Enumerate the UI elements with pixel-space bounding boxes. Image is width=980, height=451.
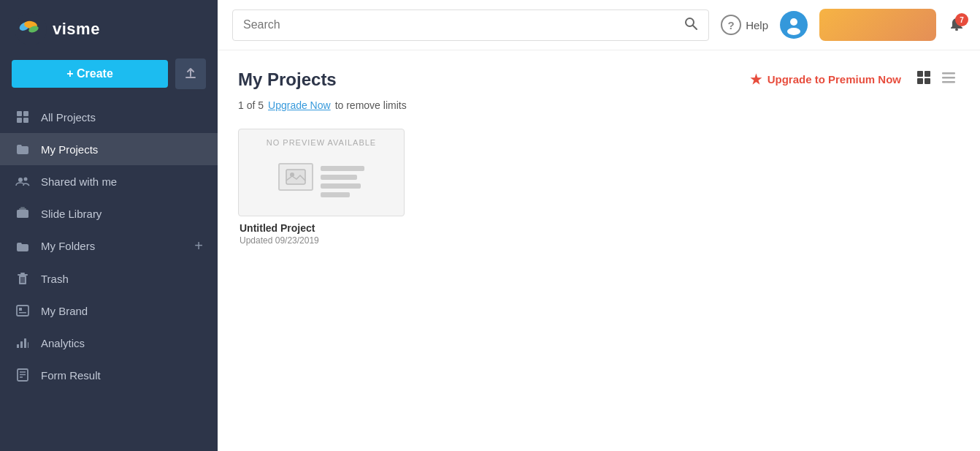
sidebar-item-my-brand[interactable]: My Brand: [0, 295, 218, 327]
svg-rect-11: [17, 210, 28, 218]
svg-rect-42: [942, 81, 955, 83]
svg-point-34: [787, 28, 800, 35]
sidebar-item-form-result[interactable]: Form Result: [0, 359, 218, 391]
svg-rect-24: [20, 341, 23, 348]
help-button[interactable]: ? Help: [721, 15, 768, 35]
logo-text: visme: [53, 20, 100, 39]
svg-rect-6: [23, 111, 28, 116]
project-count: 1 of 5: [238, 99, 264, 111]
trash-icon: [15, 270, 31, 287]
help-icon: ?: [721, 15, 741, 35]
sidebar-item-my-projects[interactable]: My Projects: [0, 133, 218, 165]
sidebar-item-shared-with-me[interactable]: Shared with me: [0, 165, 218, 197]
svg-rect-21: [19, 308, 22, 311]
sidebar-actions: + Create: [0, 58, 218, 101]
user-name-redacted: [819, 9, 936, 41]
header: ? Help 7: [218, 0, 980, 50]
svg-rect-5: [17, 111, 22, 116]
notification-button[interactable]: 7: [948, 16, 965, 34]
form-result-label: Form Result: [41, 369, 203, 382]
search-input[interactable]: [243, 18, 676, 31]
svg-rect-8: [23, 118, 28, 123]
svg-rect-15: [18, 274, 28, 276]
sidebar-item-all-projects[interactable]: All Projects: [0, 101, 218, 133]
my-projects-icon: [15, 141, 31, 157]
help-label: Help: [746, 19, 768, 31]
search-bar[interactable]: [232, 10, 709, 41]
star-icon: ★: [750, 72, 762, 88]
project-card[interactable]: NO PREVIEW AVAILABLE: [238, 129, 405, 246]
project-thumbnail: NO PREVIEW AVAILABLE: [238, 129, 405, 216]
svg-rect-39: [925, 78, 930, 84]
svg-point-9: [18, 178, 23, 182]
view-toggle: [913, 68, 960, 91]
upgrade-now-link[interactable]: Upgrade Now: [268, 99, 331, 111]
user-profile-area[interactable]: [780, 11, 808, 39]
svg-rect-25: [24, 338, 26, 348]
slide-library-label: Slide Library: [41, 208, 203, 220]
svg-point-33: [790, 18, 797, 26]
svg-rect-26: [28, 342, 28, 348]
sidebar-item-trash[interactable]: Trash: [0, 262, 218, 295]
page-title: My Projects: [238, 69, 337, 90]
sidebar-item-analytics[interactable]: Analytics: [0, 327, 218, 359]
svg-rect-37: [925, 71, 930, 77]
thumb-line-4: [321, 192, 350, 197]
svg-rect-43: [286, 170, 305, 184]
my-folders-icon: [15, 238, 31, 254]
logo-area: visme: [0, 0, 218, 58]
svg-rect-7: [17, 118, 22, 123]
all-projects-label: All Projects: [41, 111, 203, 124]
shared-with-me-label: Shared with me: [41, 175, 203, 188]
notification-badge: 7: [955, 13, 968, 26]
my-projects-label: My Projects: [41, 143, 203, 156]
svg-rect-36: [917, 71, 923, 77]
list-view-button[interactable]: [938, 68, 960, 91]
upload-button[interactable]: [175, 58, 206, 89]
thumbnail-placeholder: [278, 163, 364, 197]
svg-rect-13: [20, 207, 25, 208]
upload-icon: [183, 67, 198, 81]
analytics-label: Analytics: [41, 337, 203, 349]
trash-label: Trash: [41, 273, 203, 285]
svg-rect-12: [19, 208, 26, 210]
svg-rect-22: [19, 312, 26, 314]
svg-point-10: [24, 178, 28, 181]
svg-rect-23: [17, 344, 19, 348]
sidebar-item-my-folders[interactable]: My Folders +: [0, 230, 218, 262]
svg-rect-4: [185, 77, 196, 78]
svg-rect-40: [942, 72, 955, 75]
thumb-text-lines: [321, 166, 364, 197]
sidebar: visme + Create All Projects: [0, 0, 218, 451]
svg-rect-20: [17, 306, 28, 316]
upgrade-btn-label: Upgrade to Premium Now: [767, 73, 901, 86]
project-date: Updated 09/23/2019: [240, 235, 403, 246]
thumb-line-2: [321, 175, 357, 180]
analytics-icon: [15, 335, 31, 351]
create-button[interactable]: + Create: [12, 60, 168, 88]
my-brand-label: My Brand: [41, 305, 203, 317]
project-card-info: Untitled Project Updated 09/23/2019: [238, 216, 405, 246]
all-projects-icon: [15, 109, 31, 125]
svg-rect-16: [20, 273, 25, 274]
my-folders-label: My Folders: [41, 240, 184, 252]
no-preview-text: NO PREVIEW AVAILABLE: [239, 138, 404, 147]
content-header: My Projects ★ Upgrade to Premium Now: [238, 68, 960, 91]
svg-rect-38: [917, 78, 923, 84]
sidebar-item-slide-library[interactable]: Slide Library: [0, 197, 218, 230]
thumb-line-3: [321, 183, 361, 189]
avatar-icon: [784, 15, 804, 35]
shared-icon: [15, 173, 31, 189]
header-right-actions: ★ Upgrade to Premium Now: [750, 68, 960, 91]
thumb-line-1: [321, 166, 364, 171]
search-icon: [684, 16, 698, 31]
content-area: My Projects ★ Upgrade to Premium Now: [218, 50, 980, 451]
list-view-icon: [941, 69, 957, 86]
thumb-image-icon: [278, 163, 313, 191]
add-folder-icon[interactable]: +: [194, 238, 203, 254]
avatar[interactable]: [780, 11, 808, 39]
search-icon-button[interactable]: [684, 16, 698, 34]
grid-view-button[interactable]: [913, 68, 935, 91]
nav-list: All Projects My Projects Shared with me: [0, 101, 218, 451]
upgrade-to-premium-button[interactable]: ★ Upgrade to Premium Now: [750, 72, 901, 88]
